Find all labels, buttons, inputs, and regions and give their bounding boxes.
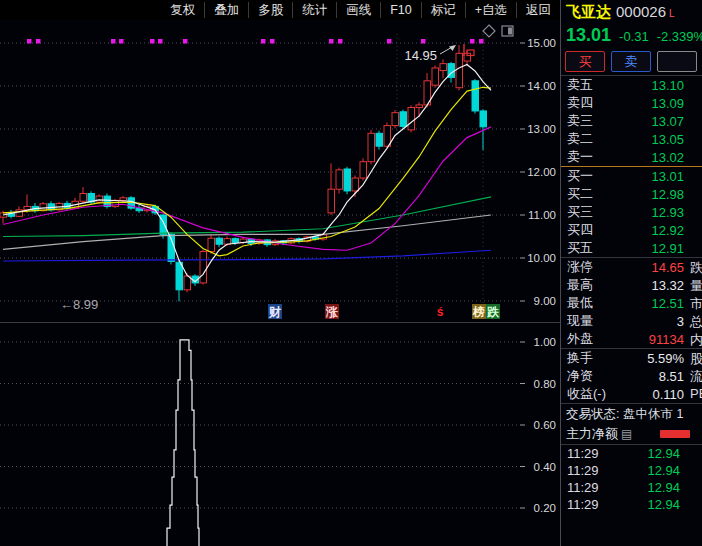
stock-header: 飞亚达 000026 L <box>561 0 702 23</box>
info-row-label: 净资 <box>567 367 593 385</box>
ask-list: 卖五13.10卖四13.09卖三13.07卖二13.05卖一13.02 <box>561 76 702 166</box>
candle-body <box>440 64 447 71</box>
info-list: 换手5.59%股净资8.51流收益(-)0.110PE <box>561 349 702 403</box>
panel-layout-icon-fill <box>508 28 512 35</box>
stat-row-label: 最低 <box>567 294 593 312</box>
candle-body <box>208 238 215 251</box>
signal-marker <box>421 39 426 44</box>
badge-财[interactable]: 财 <box>268 305 281 319</box>
stat-row-value: 13.32 <box>651 278 684 293</box>
tick-time: 11:29 <box>567 497 599 512</box>
main-force-label: 主力净额 <box>566 425 618 443</box>
info-row-partial: 股 <box>690 350 702 368</box>
candle-body <box>376 133 383 146</box>
toolbar: 复权叠加多股统计画线F10标记+自选返回 <box>0 0 560 20</box>
info-row-label: 换手 <box>567 349 593 367</box>
tick-price: 12.94 <box>647 463 680 478</box>
candle-body <box>120 198 127 201</box>
bid-row[interactable]: 买四12.92 <box>561 221 702 239</box>
ask-row[interactable]: 卖二13.05 <box>561 130 702 148</box>
y-axis-label: 15.00 <box>527 37 556 49</box>
toolbar-item-复权[interactable]: 复权 <box>161 2 204 18</box>
toolbar-item-多股[interactable]: 多股 <box>248 2 292 18</box>
more-trade-button[interactable] <box>657 51 697 72</box>
toolbar-item-叠加[interactable]: 叠加 <box>204 2 248 18</box>
main-force-row[interactable]: 主力净额 ▤ <box>561 424 702 444</box>
level-marker: L <box>669 8 675 19</box>
stat-row-label: 涨停 <box>567 258 593 276</box>
y-axis-label: 11.00 <box>528 209 556 221</box>
price-change: -0.31 <box>619 29 649 44</box>
candle-body <box>456 53 463 87</box>
candle-body <box>360 162 367 178</box>
ask-row[interactable]: 卖四13.09 <box>561 94 702 112</box>
ask-row[interactable]: 卖三13.07 <box>561 112 702 130</box>
candle-body <box>80 194 87 202</box>
stat-row-partial: 量 <box>690 277 702 295</box>
buy-button[interactable]: 买 <box>565 51 605 72</box>
stat-row-partial: 内 <box>690 331 702 349</box>
candle-body <box>432 68 439 85</box>
quote-panel: 飞亚达 000026 L 13.01 -0.31 -2.339% 买 卖 卖五1… <box>560 0 702 546</box>
info-row: 净资8.51流 <box>561 367 702 385</box>
candle-body <box>200 252 207 283</box>
y-axis-label: 10.00 <box>527 252 556 264</box>
bid-row-value: 12.98 <box>651 187 684 202</box>
signal-marker <box>270 39 275 44</box>
y-axis-label: 9.00 <box>534 295 556 307</box>
bid-row[interactable]: 买五12.91 <box>561 239 702 257</box>
signal-marker <box>338 39 343 44</box>
bid-row[interactable]: 买三12.93 <box>561 203 702 221</box>
ask-row[interactable]: 卖五13.10 <box>561 76 702 94</box>
stock-code: 000026 <box>616 3 666 20</box>
kline-chart[interactable]: 15.0014.0013.0012.0011.0010.009.001.000.… <box>0 20 560 546</box>
sell-button[interactable]: 卖 <box>611 51 651 72</box>
toolbar-item-F10[interactable]: F10 <box>380 2 421 18</box>
bid-row[interactable]: 买二12.98 <box>561 185 702 203</box>
toolbar-item-返回[interactable]: 返回 <box>516 2 560 18</box>
candle-body <box>408 108 415 130</box>
ask-row-label: 卖一 <box>567 148 593 166</box>
toolbar-item-统计[interactable]: 统计 <box>292 2 336 18</box>
stat-row: 涨停14.65跌 <box>561 258 702 276</box>
ask-row-value: 13.10 <box>651 78 684 93</box>
tick-time: 11:29 <box>567 463 599 478</box>
stat-row-value: 91134 <box>649 332 684 347</box>
tick-row: 11:2912.94 <box>561 496 702 513</box>
badge-跌[interactable]: 跌 <box>486 305 500 319</box>
tick-time: 11:29 <box>567 446 599 461</box>
signal-marker <box>36 39 41 44</box>
toolbar-item-画线[interactable]: 画线 <box>336 2 380 18</box>
signal-marker <box>387 39 392 44</box>
bid-row[interactable]: 买一13.01 <box>561 167 702 185</box>
stat-row: 最低12.51市 <box>561 294 702 312</box>
candle-body <box>368 133 375 161</box>
badge-榜[interactable]: 榜 <box>472 305 485 319</box>
stat-row-partial: 跌 <box>690 259 702 277</box>
signal-marker <box>183 39 188 44</box>
stat-row: 外盘91134内 <box>561 330 702 348</box>
candle-body <box>352 178 359 191</box>
sub-y-axis-label: 0.40 <box>534 461 556 473</box>
stat-row-partial: 市 <box>690 295 702 313</box>
badge-涨[interactable]: 涨 <box>325 305 339 319</box>
price-change-pct: -2.339% <box>657 29 702 44</box>
info-row-label: 收益(-) <box>567 385 606 403</box>
candle-body <box>216 238 223 244</box>
ask-row[interactable]: 卖一13.02 <box>561 148 702 166</box>
toolbar-item-标记[interactable]: 标记 <box>421 2 465 18</box>
candle-body <box>176 262 183 290</box>
toolbar-item-+自选[interactable]: +自选 <box>465 2 516 18</box>
badge-ś[interactable]: ś <box>437 305 444 319</box>
trade-status: 交易状态: 盘中休市 1 <box>561 404 702 424</box>
indicator-spike <box>167 340 199 546</box>
collapse-diamond-icon[interactable] <box>483 25 495 37</box>
candle-body <box>472 81 479 111</box>
info-row: 换手5.59%股 <box>561 349 702 367</box>
ask-row-value: 13.09 <box>651 96 684 111</box>
tick-price: 12.94 <box>647 480 680 495</box>
info-row-value: 5.59% <box>647 351 684 366</box>
trade-buttons: 买 卖 <box>561 47 702 75</box>
ask-row-value: 13.05 <box>651 132 684 147</box>
signal-marker <box>111 39 116 44</box>
